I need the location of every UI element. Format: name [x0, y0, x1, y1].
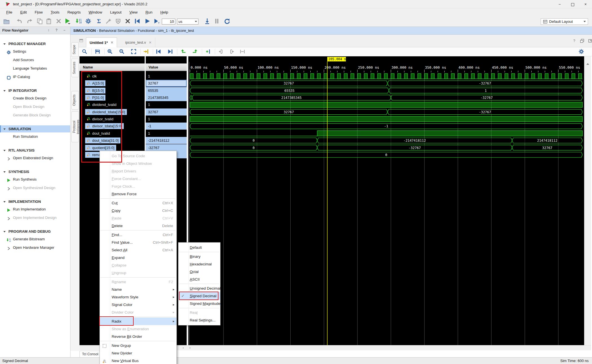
menu-item-find-value[interactable]: Find Value...Ctrl+Shift+F	[100, 239, 176, 246]
signal-value-a-15-0[interactable]: 32767	[146, 80, 187, 87]
expand-icon[interactable]: ›	[81, 81, 82, 84]
report-sigma-icon[interactable]: Σ	[96, 18, 102, 24]
add-marker-icon[interactable]	[205, 49, 211, 54]
scroll-left-icon[interactable]: ‹	[189, 346, 191, 349]
zoom-in-icon[interactable]	[107, 49, 113, 54]
flow-item-ip-catalog[interactable]: IP Catalog	[0, 73, 70, 81]
menu-item-new-group[interactable]: New Group	[100, 342, 176, 349]
menu-layout[interactable]: Layout	[106, 8, 125, 16]
settings-gear-icon[interactable]	[85, 18, 91, 24]
signal-row-dividend-tdata-15-0[interactable]: ›dividend_tdata[15:0]	[79, 108, 145, 116]
expand-icon[interactable]: ›	[81, 124, 82, 127]
signal-row-b-15-0[interactable]: ›B[15:0]	[79, 87, 145, 94]
swap-cursor-icon[interactable]	[218, 49, 224, 54]
signal-value-divisor-tvalid[interactable]: 1	[146, 116, 187, 123]
expand-icon[interactable]: ›	[81, 88, 82, 92]
signal-row-dout-tvalid[interactable]: dout_tvalid	[79, 130, 145, 137]
flow-section-project-manager[interactable]: PROJECT MANAGER	[0, 40, 70, 47]
flow-item-run-simulation[interactable]: Run Simulation	[0, 132, 70, 141]
menu-item-show-as-enumeration[interactable]: Show as Enumeration	[100, 325, 176, 333]
program-device-icon[interactable]: 0110	[76, 18, 82, 24]
menu-view[interactable]: View	[125, 8, 142, 16]
signal-value-divisor-tdata-15-0[interactable]: -1	[146, 123, 187, 130]
signal-value-dividend-tdata-15-0[interactable]: 32767	[146, 108, 187, 116]
step-icon[interactable]	[204, 18, 210, 24]
menu-item-signed-decimal[interactable]: ✓Signed Decimal	[178, 292, 220, 300]
close-icon[interactable]: ✕	[111, 41, 113, 45]
menu-tools[interactable]: Tools	[47, 8, 64, 16]
run-for-time-icon[interactable]: T	[154, 18, 160, 24]
flow-section-rtl-analysis[interactable]: RTL ANALYSIS	[0, 147, 70, 154]
restart-sim-icon[interactable]	[134, 18, 140, 24]
signal-value-dividend-tvalid[interactable]: 1	[146, 101, 187, 108]
signal-name-chip[interactable]: divisor_tvalid	[85, 116, 115, 122]
signal-row-a-15-0[interactable]: ›A[15:0]	[79, 80, 145, 87]
menu-help[interactable]: Help	[156, 8, 172, 16]
side-tab-protocol-instances[interactable]: Protocol Instances	[71, 111, 79, 142]
flow-item-open-implemented-design[interactable]: Open Implemented Design	[0, 214, 70, 222]
flow-section-program-and-debug[interactable]: PROGRAM AND DEBUG	[0, 228, 70, 235]
next-marker-icon[interactable]	[167, 49, 173, 54]
menu-flow[interactable]: Flow	[31, 8, 47, 16]
menu-item-new-virtual-bus[interactable]: New Virtual Bus	[100, 357, 176, 364]
menu-item-ascii[interactable]: ASCII	[178, 276, 220, 283]
menu-file[interactable]: File	[2, 8, 16, 16]
signal-value-dout-tvalid[interactable]: 1	[146, 130, 187, 137]
wave-settings-gear-icon[interactable]	[578, 49, 584, 54]
signal-value-p-31-0[interactable]: 2147385345	[146, 94, 187, 101]
waveform-canvas[interactable]: 0.000 ns50.000 ns100.000 ns150.000 ns200…	[188, 56, 584, 345]
menu-item-ungroup[interactable]: Ungroup	[100, 269, 176, 277]
copy-icon[interactable]	[37, 18, 43, 24]
minimize-button[interactable]: −	[553, 0, 566, 8]
menu-item-new-divider[interactable]: New Divider	[100, 349, 176, 357]
run-button-icon[interactable]	[64, 18, 70, 24]
flow-section-simulation[interactable]: SIMULATION	[0, 125, 70, 132]
menu-item-divider-color[interactable]: Divider Color▸	[100, 308, 176, 316]
menu-item-reverse-bit-order[interactable]: Reverse Bit Order	[100, 333, 176, 340]
signal-row-quotient-15-0[interactable]: ›quotient[15:0]	[79, 144, 145, 151]
time-unit-select[interactable]: us	[177, 19, 198, 25]
undo-icon[interactable]	[16, 18, 23, 24]
signal-name-chip[interactable]: quotient[15:0]	[85, 145, 116, 151]
cursor-span-icon[interactable]	[240, 49, 245, 54]
signal-row-divisor-tdata-15-0[interactable]: ›divisor_tdata[15:0]	[79, 123, 145, 130]
menu-edit[interactable]: Edit	[16, 8, 31, 16]
maximize-pane-icon[interactable]	[587, 39, 592, 44]
signal-row-dout-tdata-31-0[interactable]: ›dout_tdata[31:0]	[79, 137, 145, 144]
zoom-out-icon[interactable]	[119, 49, 125, 54]
menu-item-binary[interactable]: Binary	[178, 253, 220, 260]
flow-item-open-hardware-manager[interactable]: Open Hardware Manager	[0, 243, 70, 252]
signal-value-dout-tdata-31-0[interactable]: -2147418112	[146, 137, 187, 144]
flow-item-generate-bitstream[interactable]: 0110Generate Bitstream	[0, 235, 70, 243]
pause-icon[interactable]	[214, 18, 220, 24]
find-icon[interactable]	[82, 49, 87, 54]
menu-item-copy[interactable]: CopyCtrl+C	[100, 207, 176, 214]
flow-navigator-header-icons[interactable]: ↕ ? –	[48, 28, 68, 32]
menu-window[interactable]: Window	[85, 8, 106, 16]
menu-item-force-constant[interactable]: Force Constant...	[100, 175, 176, 183]
menu-item-name[interactable]: Name▸	[100, 286, 176, 293]
flow-item-run-implementation[interactable]: Run Implementation	[0, 205, 70, 214]
flow-item-open-block-design[interactable]: Open Block Design	[0, 103, 70, 111]
signal-value-clk[interactable]: 1	[146, 73, 187, 80]
menu-item-force-clock[interactable]: Force Clock...	[100, 183, 176, 190]
cancel-icon[interactable]	[125, 18, 131, 24]
go-to-time-icon[interactable]	[143, 49, 149, 54]
signal-row-p-31-0[interactable]: ›P[31:0]	[79, 94, 145, 101]
menu-item-radix[interactable]: Radix▸	[100, 318, 176, 325]
flow-item-language-templates[interactable]: Language Templates	[0, 64, 70, 73]
flow-item-generate-block-design[interactable]: Generate Block Design	[0, 111, 70, 119]
menu-item-rename[interactable]: RenameF2	[100, 278, 176, 286]
menu-item-signed-magnitude[interactable]: Signed Magnitude	[178, 300, 220, 307]
name-column-header[interactable]: Name	[79, 63, 145, 71]
signal-row-dividend-tvalid[interactable]: dividend_tvalid	[79, 101, 145, 108]
menu-item-report-drivers[interactable]: Report Drivers	[100, 167, 176, 175]
vertical-scrollbar[interactable]	[584, 56, 591, 345]
flow-section-ip-integrator[interactable]: IP INTEGRATOR	[0, 87, 70, 94]
tab-tcl-console[interactable]: Tcl Consol	[79, 351, 102, 357]
signal-name-chip[interactable]: A[15:0]	[85, 80, 105, 86]
expand-icon[interactable]: ›	[81, 145, 82, 149]
menu-item-expand[interactable]: Expand	[100, 254, 176, 261]
float-window-icon[interactable]	[580, 39, 585, 44]
signal-name-chip[interactable]: B[15:0]	[85, 88, 105, 94]
